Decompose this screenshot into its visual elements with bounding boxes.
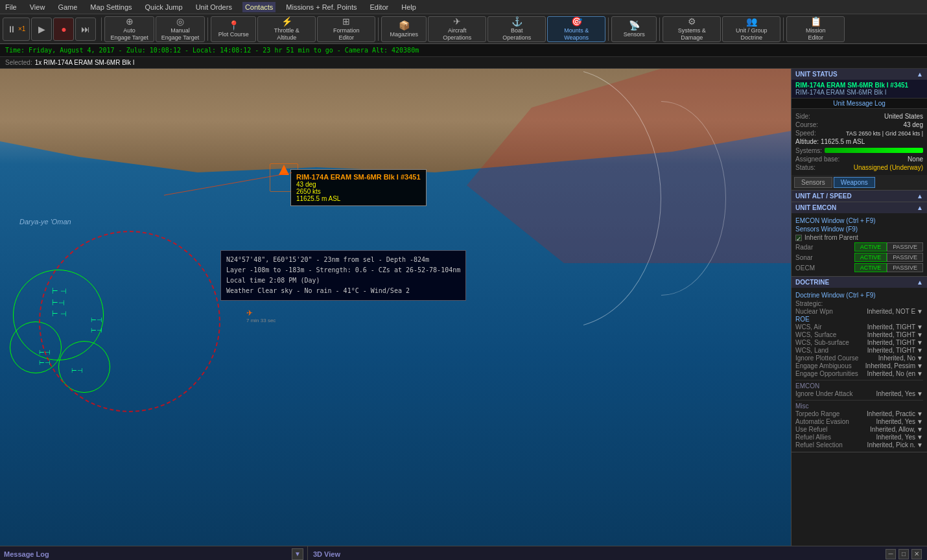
menu-missions[interactable]: Missions + Ref. Points [283,2,359,12]
refuel-allies-val[interactable]: Inherited, Yes ▼ [876,434,923,441]
menu-view[interactable]: View [27,2,48,12]
course-label: Course: [795,121,818,128]
ignore-plotted-row: Ignore Plotted Course Inherited, No ▼ [795,355,923,362]
tab-weapons[interactable]: Weapons [834,177,875,188]
wcs-land-dropdown[interactable]: ▼ [917,347,923,354]
magazines-btn[interactable]: 📦 Magazines [381,16,427,42]
contact-unit[interactable]: ✈ 7 min 33 sec [246,309,276,323]
playback-control[interactable]: ⏸ ×1 [3,18,30,41]
mounts-btn[interactable]: 🎯 Mounts &Weapons [547,16,605,42]
3d-close-btn[interactable]: ✕ [911,549,922,559]
refuel-sel-dropdown[interactable]: ▼ [917,441,923,449]
nuclear-val[interactable]: Inherited, NOT E ▼ [867,308,923,315]
unit-status-title: UNIT STATUS [795,71,838,78]
doctrine-title: DOCTRINE [795,279,829,286]
wcs-air-label: WCS, Air [795,323,822,331]
wcs-land-label: WCS, Land [795,347,828,354]
tab-sensors[interactable]: Sensors [794,177,832,188]
engage-opp-dropdown[interactable]: ▼ [917,370,923,377]
throttle-btn[interactable]: ⚡ Throttle &Altitude [257,16,316,42]
menu-help[interactable]: Help [399,2,419,12]
auto-engage-btn[interactable]: ⊕ AutoEngage Target [104,16,154,42]
plot-course-btn[interactable]: 📍 Plot Course [211,16,256,42]
wcs-land-val[interactable]: Inherited, TIGHT ▼ [867,347,923,354]
nuclear-dropdown[interactable]: ▼ [917,308,923,315]
menu-editor[interactable]: Editor [367,2,391,12]
mission-label: MissionEditor [806,27,826,41]
doctrine-header[interactable]: DOCTRINE ▲ [792,277,927,288]
engage-opp-val[interactable]: Inherited, No (en ▼ [867,370,923,377]
ignore-dropdown[interactable]: ▼ [917,355,923,362]
unit-status-collapse[interactable]: ▲ [917,71,923,78]
manual-engage-btn[interactable]: ◎ ManualEngage Target [156,16,205,42]
auto-evasion-val[interactable]: Inherited, Yes ▼ [876,418,923,425]
misc-section: Misc [795,400,923,410]
menu-contacts[interactable]: Contacts [242,2,276,12]
oecm-passive-btn[interactable]: PASSIVE [887,263,923,272]
menu-map-settings[interactable]: Map Settings [88,2,134,12]
wcs-sub-dropdown[interactable]: ▼ [917,339,923,346]
wcs-surface-val[interactable]: Inherited, TIGHT ▼ [867,331,923,338]
systems-btn[interactable]: ⚙ Systems &Damage [663,16,721,42]
oecm-active-btn[interactable]: ACTIVE [854,263,887,272]
emcon-window-btn[interactable]: EMCON Window (Ctrl + F9) [795,217,923,224]
inherit-checkbox[interactable]: ✓ [795,235,802,241]
torpedo-val[interactable]: Inherited, Practic ▼ [867,410,923,417]
auto-evasion-dropdown[interactable]: ▼ [917,418,923,425]
unit-message-log-btn[interactable]: Unit Message Log [795,100,923,107]
ignore-attack-label: Ignore Under Attack [795,390,852,397]
end-button[interactable]: ⏭ [75,18,96,41]
boat-ops-btn[interactable]: ⚓ BoatOperations [487,16,546,42]
3d-maximize-btn[interactable]: □ [898,549,909,559]
wcs-air-val[interactable]: Inherited, TIGHT ▼ [867,323,923,331]
radar-active-btn[interactable]: ACTIVE [854,242,887,251]
systems-row: Systems: [795,146,923,154]
sensors-icon: 📡 [629,20,640,30]
engage-amb-val[interactable]: Inherited, Pessim ▼ [865,362,923,369]
speed-row: Speed: TAS 2650 kts | Grid 2604 kts | [795,130,923,137]
radar-passive-btn[interactable]: PASSIVE [887,242,923,251]
refuel-allies-dropdown[interactable]: ▼ [917,434,923,441]
ignore-plotted-val[interactable]: Inherited, No ▼ [878,355,923,362]
sonar-active-btn[interactable]: ACTIVE [854,253,887,262]
sonar-passive-btn[interactable]: PASSIVE [887,253,923,262]
ignore-attack-dropdown[interactable]: ▼ [917,390,923,397]
wcs-surface-dropdown[interactable]: ▼ [917,331,923,338]
refuel-sel-val[interactable]: Inherited, Pick n. ▼ [867,441,923,449]
auto-evasion-row: Automatic Evasion Inherited, Yes ▼ [795,418,923,425]
menu-unit-orders[interactable]: Unit Orders [193,2,235,12]
torpedo-dropdown[interactable]: ▼ [917,410,923,417]
message-log-header: Message Log ▼ [0,546,307,560]
unit-emcon-header[interactable]: UNIT EMCON ▲ [792,202,927,213]
wcs-air-dropdown[interactable]: ▼ [917,323,923,331]
engage-amb-dropdown[interactable]: ▼ [917,362,923,369]
mission-editor-btn[interactable]: 📋 MissionEditor [786,16,845,42]
alt-speed-collapse: ▲ [917,192,923,200]
map-area[interactable]: Darya-ye 'Oman ⊢ ⊣⊢⊣⊢ ⊣ ⊢⊣⊢⊣ ⊢⊣⊢⊣ ⊢⊣ [0,69,791,546]
unit-alt-speed-header[interactable]: UNIT ALT / SPEED ▲ [792,191,927,202]
map-canvas[interactable]: Darya-ye 'Oman ⊢ ⊣⊢⊣⊢ ⊣ ⊢⊣⊢⊣ ⊢⊣⊢⊣ ⊢⊣ [0,69,791,546]
toolbar: ⏸ ×1 ▶ ● ⏭ ⊕ AutoEngage Target ◎ ManualE… [0,14,927,44]
menu-game[interactable]: Game [55,2,80,12]
use-refuel-dropdown[interactable]: ▼ [917,426,923,433]
radar-row: Radar ACTIVE PASSIVE [795,242,923,251]
3d-minimize-btn[interactable]: ─ [886,549,896,559]
unit-group-label: Unit / GroupDoctrine [736,27,768,41]
doctrine-window-btn[interactable]: Doctrine Window (Ctrl + F9) [795,292,923,299]
toolbar-separator-3 [378,18,379,41]
sensors-window-btn[interactable]: Sensors Window (F9) [795,226,923,233]
aircraft-ops-btn[interactable]: ✈ AircraftOperations [428,16,486,42]
msg-collapse-btn[interactable]: ▼ [292,548,303,560]
menu-quick-jump[interactable]: Quick Jump [143,2,185,12]
menu-file[interactable]: File [3,2,19,12]
unit-tabs: Sensors Weapons [792,175,927,190]
use-refuel-val[interactable]: Inherited, Allow, ▼ [870,426,923,433]
systems-label: Systems &Damage [678,27,706,41]
unit-group-btn[interactable]: 👥 Unit / GroupDoctrine [722,16,780,42]
ignore-attack-val[interactable]: Inherited, Yes ▼ [876,390,923,397]
formation-btn[interactable]: ⊞ FormationEditor [317,16,375,42]
sensors-btn[interactable]: 📡 Sensors [611,16,657,42]
record-button[interactable]: ● [53,18,74,41]
play-button[interactable]: ▶ [31,18,52,41]
wcs-sub-val[interactable]: Inherited, TIGHT ▼ [867,339,923,346]
